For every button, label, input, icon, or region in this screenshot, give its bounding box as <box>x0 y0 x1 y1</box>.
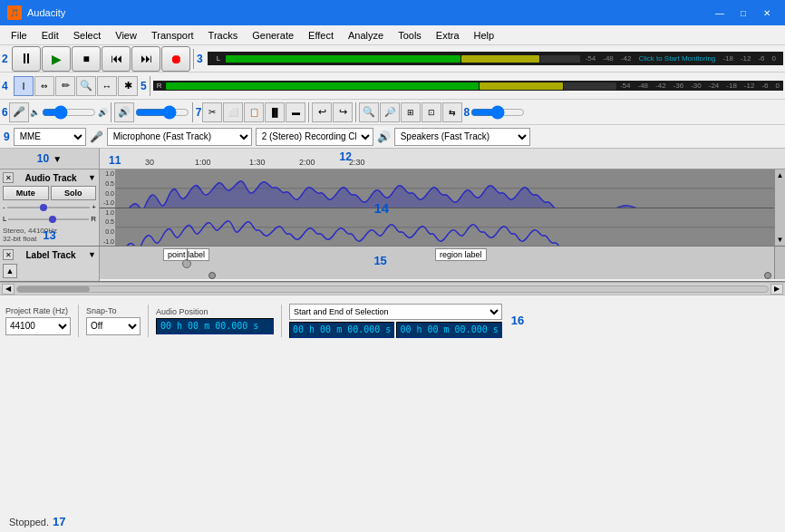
copy-button[interactable]: ⬜ <box>223 102 243 122</box>
play-button[interactable]: ▶ <box>42 46 71 72</box>
undo-button[interactable]: ↩ <box>312 102 332 122</box>
input-gain-slider[interactable] <box>42 107 96 118</box>
speaker-icon: 🔊 <box>377 131 391 143</box>
label-scroll-right <box>774 247 785 279</box>
region-start-pin <box>208 272 216 279</box>
label-track-dropdown[interactable]: ▼ <box>88 250 96 259</box>
scroll-down-button[interactable]: ▼ <box>775 236 785 244</box>
scrollbar-track[interactable] <box>16 285 769 293</box>
close-button[interactable]: ✕ <box>756 4 778 22</box>
menu-file[interactable]: File <box>4 28 34 43</box>
waveform-bottom: 1.0 0.5 0.0 -1.0 <box>100 208 785 247</box>
badge-16: 16 <box>511 314 524 327</box>
minimize-button[interactable]: — <box>709 4 731 22</box>
track-close-button[interactable]: ✕ <box>3 172 14 183</box>
horizontal-scrollbar[interactable]: ◀ ▶ <box>0 282 785 295</box>
status-divider-3 <box>281 305 282 337</box>
zoom-sel-button[interactable]: ⊡ <box>422 102 441 122</box>
snap-to-select[interactable]: Off <box>86 317 141 335</box>
selection-type-select[interactable]: Start and End of Selection <box>289 304 502 320</box>
status-bar: Project Rate (Hz) 44100 Snap-To Off Audi… <box>0 295 785 345</box>
region-label[interactable]: region label <box>435 248 487 261</box>
selection-tool-button[interactable]: I <box>14 76 34 96</box>
status-divider-1 <box>78 305 79 337</box>
gain-slider-thumb[interactable] <box>40 204 47 211</box>
project-rate-select[interactable]: 44100 <box>5 317 71 335</box>
vu-b-12: -12 <box>744 82 755 90</box>
vu-b-6: -6 <box>761 82 768 90</box>
badge-11: 11 <box>109 154 121 167</box>
output-volume-slider[interactable] <box>135 107 189 118</box>
toggle-zoom-button[interactable]: ⇆ <box>442 102 462 122</box>
cut-button[interactable]: ✂ <box>202 102 222 122</box>
timeline-ruler: 11 30 1:00 1:30 2:00 2:30 12 <box>100 149 785 169</box>
label-expand-button[interactable]: ▲ <box>3 264 17 278</box>
menu-transport[interactable]: Transport <box>144 28 201 43</box>
pause-button[interactable]: ⏸ <box>12 46 41 72</box>
channels-select[interactable]: 2 (Stereo) Recording Cha... <box>256 128 373 146</box>
draw-tool-button[interactable]: ✏ <box>55 76 75 96</box>
solo-button[interactable]: Solo <box>51 186 97 200</box>
record-button[interactable]: ⏺ <box>161 46 190 72</box>
host-select[interactable]: MME <box>14 128 86 146</box>
scroll-left-button[interactable]: ◀ <box>2 284 15 295</box>
menu-generate[interactable]: Generate <box>245 28 301 43</box>
menu-extra[interactable]: Extra <box>429 28 467 43</box>
menu-analyze[interactable]: Analyze <box>341 28 391 43</box>
app-icon: 🎵 <box>7 5 22 20</box>
scroll-up-button[interactable]: ▲ <box>775 171 785 179</box>
silence-button[interactable]: ▬ <box>286 102 305 122</box>
zoom-in-button[interactable]: 🔍 <box>359 102 379 122</box>
mic-button[interactable]: 🎤 <box>9 102 29 122</box>
scrollbar-thumb[interactable] <box>17 286 90 292</box>
divider-4 <box>192 102 193 122</box>
label-track-close-button[interactable]: ✕ <box>3 249 14 260</box>
menu-select[interactable]: Select <box>66 28 109 43</box>
mute-button[interactable]: Mute <box>3 186 49 200</box>
scroll-right-button[interactable]: ▶ <box>770 284 783 295</box>
gain-slider-track[interactable] <box>7 207 91 208</box>
menu-tracks[interactable]: Tracks <box>201 28 246 43</box>
badge-10: 10 <box>37 152 49 165</box>
redo-button[interactable]: ↪ <box>333 102 353 122</box>
trim-button[interactable]: ▐▌ <box>265 102 285 122</box>
stop-button[interactable]: ■ <box>72 46 101 72</box>
menu-view[interactable]: View <box>108 28 144 43</box>
menu-edit[interactable]: Edit <box>34 28 66 43</box>
mic-select[interactable]: Microphone (Fast Track) <box>107 128 252 146</box>
zoom-tool-button[interactable]: 🔍 <box>76 76 96 96</box>
envelope-tool-button[interactable]: ⇔ <box>34 76 54 96</box>
maximize-button[interactable]: □ <box>732 4 754 22</box>
track-dropdown-arrow[interactable]: ▼ <box>88 173 96 182</box>
skip-back-button[interactable]: ⏮ <box>102 46 131 72</box>
audio-track: ✕ Audio Track ▼ Mute Solo - + L <box>0 169 785 247</box>
vu-r-bars <box>166 82 616 90</box>
multi-tool-button[interactable]: ✱ <box>118 76 138 96</box>
click-monitor-label[interactable]: Click to Start Monitoring <box>638 54 715 63</box>
badge-13: 13 <box>43 228 55 242</box>
badge-17: 17 <box>53 515 65 528</box>
selection-end-display: 00 h 00 m 00.000 s <box>396 322 501 338</box>
ruler-100: 1:00 <box>195 158 211 167</box>
timeshift-tool-button[interactable]: ↔ <box>97 76 117 96</box>
pan-slider-thumb[interactable] <box>49 216 56 223</box>
ruler-200: 2:00 <box>299 158 315 167</box>
menu-bar: File Edit Select View Transport Tracks G… <box>0 25 785 45</box>
timeline-track-label: 10 ▼ <box>0 149 100 169</box>
pan-slider-track[interactable] <box>8 218 89 220</box>
zoom-out-button[interactable]: 🔎 <box>380 102 400 122</box>
vu-bottom-container: R -54 -48 -42 -36 -30 -24 -18 -12 -6 0 <box>153 81 783 91</box>
region-label-area: region label <box>435 248 487 261</box>
speaker-select[interactable]: Speakers (Fast Track) <box>394 128 530 146</box>
vu-num-18: -18 <box>722 54 733 63</box>
region-end-pin <box>764 272 771 279</box>
fit-button[interactable]: ⊞ <box>401 102 421 122</box>
playback-speed-slider[interactable] <box>470 107 525 118</box>
menu-help[interactable]: Help <box>467 28 502 43</box>
menu-tools[interactable]: Tools <box>391 28 429 43</box>
skip-fwd-button[interactable]: ⏭ <box>131 46 160 72</box>
speaker-button[interactable]: 🔊 <box>114 102 134 122</box>
vu-num-42: -42 <box>621 54 632 63</box>
paste-button[interactable]: 📋 <box>244 102 264 122</box>
menu-effect[interactable]: Effect <box>301 28 341 43</box>
